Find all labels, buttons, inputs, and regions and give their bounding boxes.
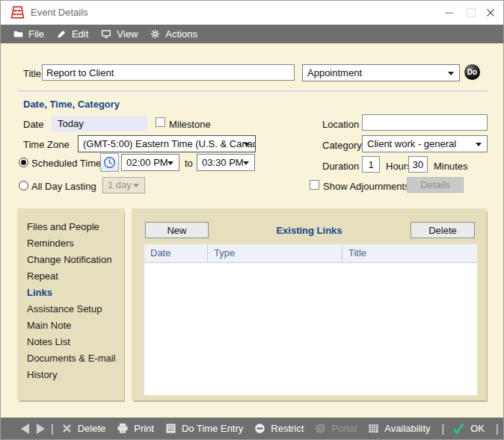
duration-label: Duration xyxy=(322,161,359,172)
links-panel: New Existing Links Delete Date Type Titl… xyxy=(132,208,487,400)
calendar-grid-icon xyxy=(368,423,379,434)
chevron-down-icon xyxy=(448,72,454,75)
next-record-arrow[interactable] xyxy=(37,424,45,434)
toolbar-portal-label: Portal xyxy=(331,423,357,434)
sidebar-item-reminders[interactable]: Reminders xyxy=(17,235,124,252)
sidebar-item-history[interactable]: History xyxy=(17,367,124,383)
timezone-value: (GMT-5:00) Eastern Time (U.S. & Canada) xyxy=(83,138,256,149)
clock-picker-button[interactable] xyxy=(100,153,119,172)
lasting-dropdown: 1 day xyxy=(102,177,145,193)
chevron-down-icon xyxy=(243,161,249,165)
menu-file[interactable]: File xyxy=(13,28,44,40)
event-type-value: Appointment xyxy=(307,67,362,78)
menu-actions[interactable]: Actions xyxy=(150,28,197,40)
duration-hours-input[interactable] xyxy=(362,156,380,173)
toolbar-portal-button: Portal xyxy=(315,423,357,434)
monitor-icon xyxy=(101,29,111,39)
links-table-body xyxy=(144,263,477,395)
close-button[interactable] xyxy=(479,1,502,25)
toolbar-print-label: Print xyxy=(134,423,154,434)
location-label: Location xyxy=(322,119,359,130)
bottom-toolbar: | Delete Print Do Time Entry xyxy=(1,418,503,439)
toolbar-availability-button[interactable]: Availability xyxy=(368,423,430,434)
do-button[interactable]: Do xyxy=(464,64,480,80)
menu-edit[interactable]: Edit xyxy=(57,28,88,40)
menu-view-label: View xyxy=(117,28,138,40)
menu-bar: File Edit View Actions xyxy=(1,25,503,43)
show-adjournments-checkbox[interactable] xyxy=(310,180,319,190)
section-divider xyxy=(17,90,488,93)
all-day-label: All Day Lasting xyxy=(31,181,96,192)
links-table: Date Type Title xyxy=(144,244,477,394)
check-icon xyxy=(452,423,465,435)
sidebar-item-notes-list[interactable]: Notes List xyxy=(17,334,124,350)
title-label: Title xyxy=(23,68,41,79)
end-time-dropdown[interactable]: 03:30 PM xyxy=(197,154,255,171)
abacus-app-icon xyxy=(10,5,25,19)
start-time-dropdown[interactable]: 02:00 PM xyxy=(121,154,179,171)
sidebar-item-files-and-people[interactable]: Files and People xyxy=(17,219,124,235)
toolbar-ok-button[interactable]: OK xyxy=(452,423,485,435)
menu-view[interactable]: View xyxy=(101,28,138,40)
sidebar-item-documents-email[interactable]: Documents & E-mail xyxy=(17,350,124,367)
pencil-icon xyxy=(57,29,67,39)
location-input[interactable] xyxy=(362,114,488,131)
category-dropdown[interactable]: Client work - general xyxy=(362,135,488,152)
section-heading: Date, Time, Category xyxy=(23,99,120,110)
chevron-down-icon xyxy=(244,143,250,146)
toolbar-separator: | xyxy=(51,423,54,435)
toolbar-do-time-entry-button[interactable]: Do Time Entry xyxy=(165,423,243,434)
toolbar-restrict-label: Restrict xyxy=(271,423,304,434)
toolbar-delete-label: Delete xyxy=(78,423,106,434)
toolbar-delete-button[interactable]: Delete xyxy=(61,423,106,434)
toolbar-ok-label: OK xyxy=(470,423,485,434)
scheduled-time-label: Scheduled Time xyxy=(31,158,101,169)
title-bar: Event Details xyxy=(1,1,503,25)
end-time-value: 03:30 PM xyxy=(202,157,244,168)
links-table-header: Date Type Title xyxy=(144,244,477,263)
minus-circle-icon xyxy=(254,423,265,434)
column-header-title[interactable]: Title xyxy=(342,244,477,262)
timezone-dropdown[interactable]: (GMT-5:00) Eastern Time (U.S. & Canada) xyxy=(78,135,256,152)
minimize-button[interactable] xyxy=(437,1,460,25)
menu-actions-label: Actions xyxy=(165,28,197,40)
title-input[interactable] xyxy=(42,64,295,81)
duration-minutes-input[interactable] xyxy=(408,156,428,173)
toolbar-restrict-button[interactable]: Restrict xyxy=(254,423,304,434)
show-adjournments-label: Show Adjournments xyxy=(323,181,410,192)
printer-icon xyxy=(117,423,129,434)
chevron-down-icon xyxy=(133,184,139,188)
toolbar-print-button[interactable]: Print xyxy=(117,423,154,434)
minutes-label: Minutes xyxy=(434,161,468,172)
clock-icon xyxy=(103,156,116,169)
sidebar-item-main-note[interactable]: Main Note xyxy=(17,317,124,334)
close-icon xyxy=(486,8,495,17)
delete-link-button[interactable]: Delete xyxy=(411,222,475,238)
column-header-type[interactable]: Type xyxy=(208,244,342,262)
column-header-date[interactable]: Date xyxy=(144,244,208,262)
all-day-radio[interactable] xyxy=(19,181,28,190)
chevron-down-icon xyxy=(168,161,173,165)
milestone-checkbox[interactable] xyxy=(156,117,165,127)
sidebar-item-assistance-setup[interactable]: Assistance Setup xyxy=(17,301,124,317)
portal-icon xyxy=(315,423,326,434)
date-label: Date xyxy=(23,119,43,130)
lasting-value: 1 day xyxy=(108,179,132,190)
date-field[interactable]: Today xyxy=(52,116,147,131)
toolbar-separator: | xyxy=(442,423,445,435)
sidebar-item-links[interactable]: Links xyxy=(17,285,124,301)
previous-record-arrow[interactable] xyxy=(21,424,29,434)
details-button: Details xyxy=(407,177,464,193)
start-time-value: 02:00 PM xyxy=(126,157,168,168)
category-label: Category xyxy=(322,140,362,151)
toolbar-availability-label: Availability xyxy=(384,423,430,434)
document-lines-icon xyxy=(165,423,176,434)
toolbar-do-time-entry-label: Do Time Entry xyxy=(182,423,243,434)
maximize-icon xyxy=(467,8,476,17)
to-label: to xyxy=(185,158,193,169)
event-details-window: Event Details File Edit View xyxy=(0,0,504,440)
sidebar-item-change-notification[interactable]: Change Notification xyxy=(17,252,124,268)
sidebar-item-repeat[interactable]: Repeat xyxy=(17,268,124,285)
scheduled-time-radio[interactable] xyxy=(19,158,28,167)
event-type-dropdown[interactable]: Appointment xyxy=(302,64,460,81)
